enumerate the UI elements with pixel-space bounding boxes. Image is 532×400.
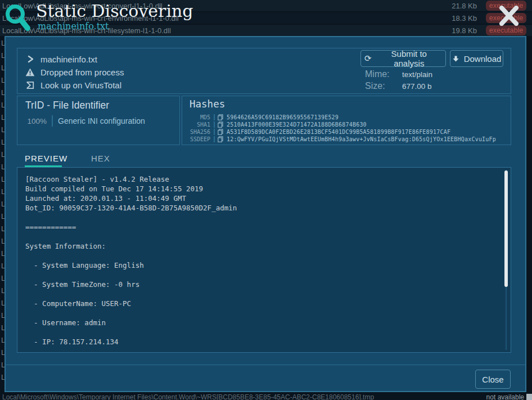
file-size: 19.8 Kb — [436, 26, 477, 35]
close-button[interactable]: Close — [475, 370, 511, 389]
hash-row-sha256: SHA256 A531F8D589DCA0F2EBD26E2813BCF5401… — [186, 128, 508, 136]
hash-label: SHA1 — [186, 122, 210, 128]
refresh-icon: ⟳ — [364, 55, 372, 63]
download-icon — [452, 55, 459, 62]
hash-label: MD5 — [186, 114, 210, 120]
static-discovering-modal: machineinfo.txt Dropped from process Loo… — [4, 36, 526, 392]
download-button[interactable]: Download — [450, 50, 503, 67]
divider — [214, 122, 215, 128]
copy-icon[interactable] — [218, 122, 223, 128]
trid-description: Generic INI configuration — [58, 116, 145, 125]
hash-value: 12:QwFYV/PGuIQjVStMDtAwtEEUmBH4h9a3awv+J… — [227, 136, 496, 142]
hash-rows: MD5 5964626A59C69182B96595567139E529 SHA… — [186, 114, 508, 143]
mime-label: Mime: — [365, 69, 394, 79]
page-scrollbar-corner[interactable] — [526, 394, 532, 400]
trid-title: TrID - File Identifier — [25, 100, 109, 111]
copy-icon[interactable] — [218, 129, 223, 135]
hash-value: A531F8D589DCA0F2EBD26E2813BCF5401DC99B5A… — [227, 129, 450, 135]
file-origin-label: Dropped from process — [40, 68, 124, 77]
preview-scrollbar-thumb[interactable] — [504, 170, 508, 287]
file-name-label: machineinfo.txt — [40, 55, 97, 64]
hash-label: SHA256 — [186, 129, 210, 135]
hash-row-sha1: SHA1 2510A413F000E39E324D71472A188D6B687… — [186, 121, 508, 128]
copy-icon[interactable] — [218, 114, 223, 120]
preview-text: [Raccoon Stealer] - v1.4.2 Release Build… — [17, 168, 511, 353]
warning-icon — [25, 68, 35, 77]
chevron-right-icon — [25, 55, 35, 63]
virustotal-icon — [25, 81, 35, 89]
divider — [52, 115, 53, 127]
trid-percent: 100% — [25, 117, 47, 125]
modal-footer: Close — [6, 365, 525, 391]
trid-row: 100% Generic INI configuration — [25, 115, 145, 127]
file-status: not available — [486, 393, 524, 400]
tab-preview[interactable]: PREVIEW — [25, 154, 67, 163]
download-button-label: Download — [464, 54, 502, 64]
divider — [214, 129, 215, 135]
copy-icon[interactable] — [218, 136, 223, 142]
submit-button-label: Submit to analysis — [376, 49, 442, 68]
hash-value: 2510A413F000E39E324D71472A188D6B6874B630 — [227, 122, 367, 128]
submit-to-analysis-button[interactable]: ⟳ Submit to analysis — [360, 50, 446, 67]
virustotal-label: Look up on VirusTotal — [40, 80, 121, 90]
size-row: Size: 677.00 b — [365, 81, 432, 91]
magnifier-icon — [3, 2, 33, 33]
file-info-panel: machineinfo.txt Dropped from process Loo… — [17, 48, 511, 94]
file-size: 21.8 Kb — [436, 2, 477, 10]
hashes-title: Hashes — [190, 98, 225, 110]
dialog-title: Static Discovering — [36, 1, 193, 21]
table-row[interactable]: Local\Microsoft\Windows\Temporary Intern… — [0, 393, 532, 400]
mime-row: Mime: text/plain — [365, 69, 432, 79]
size-value: 677.00 b — [402, 82, 432, 91]
size-label: Size: — [365, 81, 394, 91]
hash-row-ssdeep: SSDEEP 12:QwFYV/PGuIQjVStMDtAwtEEUmBH4h9… — [186, 136, 508, 143]
mime-value: text/plain — [402, 70, 432, 79]
file-path: Local\Microsoft\Windows\Temporary Intern… — [0, 393, 486, 400]
file-name-row[interactable]: machineinfo.txt — [25, 53, 97, 65]
trid-panel: TrID - File Identifier 100% Generic INI … — [17, 96, 180, 145]
close-icon[interactable] — [497, 5, 521, 27]
virustotal-link[interactable]: Look up on VirusTotal — [25, 79, 121, 91]
file-origin-row: Dropped from process — [25, 66, 124, 78]
dialog-subtitle: machineinfo.txt — [38, 21, 109, 32]
tab-hex[interactable]: HEX — [91, 154, 110, 163]
preview-panel: [Raccoon Stealer] - v1.4.2 Release Build… — [17, 167, 511, 353]
divider — [214, 136, 215, 142]
hashes-panel: Hashes MD5 5964626A59C69182B96595567139E… — [182, 96, 511, 145]
hash-label: SSDEEP — [186, 136, 210, 142]
hash-row-md5: MD5 5964626A59C69182B96595567139E529 — [186, 114, 508, 121]
divider — [214, 114, 215, 120]
file-size: 18.3 Kb — [436, 14, 477, 23]
hash-value: 5964626A59C69182B96595567139E529 — [227, 114, 339, 120]
